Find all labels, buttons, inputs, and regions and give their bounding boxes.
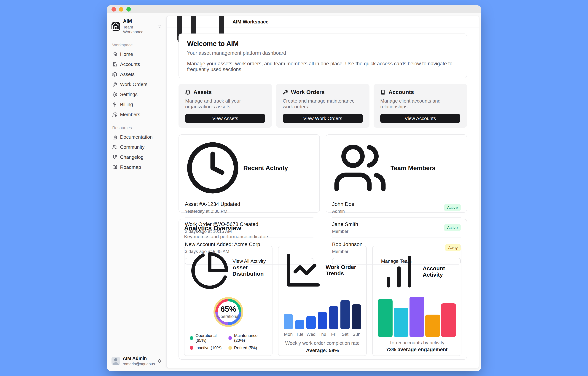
asset-distribution-header: Asset Distribution xyxy=(190,251,267,291)
chevrons-up-down-icon xyxy=(157,359,162,363)
legend-dot xyxy=(190,336,193,340)
wrench-icon xyxy=(112,82,117,87)
work-order-summary: Average: 58% xyxy=(284,348,361,354)
bar-label-column: Sun xyxy=(352,329,361,337)
main-panel: AIM Workspace Welcome to AIM Your asset … xyxy=(166,16,479,368)
close-button[interactable] xyxy=(112,7,116,11)
bar-label: Mon xyxy=(284,332,293,337)
view-accounts-button[interactable]: View Accounts xyxy=(380,114,460,123)
git-branch-icon xyxy=(112,155,117,160)
layers-icon xyxy=(112,72,117,77)
sidebar-item-label: Settings xyxy=(120,92,137,97)
topbar: AIM Workspace xyxy=(167,16,479,28)
welcome-description: Manage your assets, work orders, and tea… xyxy=(187,61,458,73)
view-assets-button[interactable]: View Assets xyxy=(185,114,265,123)
topbar-title: AIM Workspace xyxy=(232,19,268,25)
work-order-trends-card: Work Order Trends MonTueWedThuFriSatSun … xyxy=(278,246,367,356)
work-order-bar xyxy=(329,306,338,329)
member-role: Admin xyxy=(332,209,444,214)
account-activity-bar xyxy=(441,303,456,337)
bar-column xyxy=(340,300,350,329)
page-content: Welcome to AIM Your asset management pla… xyxy=(167,28,479,368)
member-row: John DoeAdminActive xyxy=(332,198,461,218)
status-badge: Active xyxy=(444,204,461,211)
sidebar-item-documentation[interactable]: Documentation xyxy=(110,133,163,142)
zoom-button[interactable] xyxy=(126,7,131,11)
sidebar-item-members[interactable]: Members xyxy=(110,110,163,119)
sidebar-section-label: Workspace xyxy=(110,43,163,47)
member-name: Jane Smith xyxy=(332,221,444,227)
chevrons-up-down-icon xyxy=(157,24,162,29)
quick-card-title: Accounts xyxy=(388,89,414,95)
team-members-card: Team Members John DoeAdminActiveJane Smi… xyxy=(326,134,467,213)
team-members-header: Team Members xyxy=(332,140,461,196)
sidebar-item-label: Changelog xyxy=(120,154,144,160)
user-avatar xyxy=(112,357,120,365)
quick-card-assets: AssetsManage and track all your organiza… xyxy=(178,84,272,128)
recent-activity-header: Recent Activity xyxy=(185,140,314,196)
sidebar-item-home[interactable]: Home xyxy=(110,50,163,59)
bar-label: Tue xyxy=(296,332,303,337)
sidebar-item-roadmap[interactable]: Roadmap xyxy=(110,163,163,172)
building-icon xyxy=(112,62,117,67)
work-order-bar xyxy=(340,300,350,329)
account-activity-bar xyxy=(425,314,440,337)
status-badge: Active xyxy=(444,224,461,231)
account-activity-caption: Top 5 accounts by activity xyxy=(378,340,456,346)
workspace-meta: AIM Team Workspace xyxy=(123,18,154,34)
activity-item-title: Asset #A-1234 Updated xyxy=(185,201,314,207)
sidebar-item-community[interactable]: Community xyxy=(110,143,163,152)
bar-label: Wed xyxy=(306,332,316,337)
wrench-icon xyxy=(283,90,288,95)
welcome-title: Welcome to AIM xyxy=(187,40,458,48)
work-order-trends-title: Work Order Trends xyxy=(326,264,361,277)
sidebar-item-label: Home xyxy=(120,51,133,57)
sidebar-item-settings[interactable]: Settings xyxy=(110,90,163,99)
sidebar-section: WorkspaceHomeAccountsAssetsWork OrdersSe… xyxy=(110,43,163,119)
sidebar-item-assets[interactable]: Assets xyxy=(110,70,163,79)
user-menu[interactable]: AIM Admin romario@aqueousco.com xyxy=(110,354,163,368)
workspace-name: AIM xyxy=(123,18,154,24)
file-text-icon xyxy=(112,135,117,140)
sidebar-footer: AIM Admin romario@aqueousco.com xyxy=(110,354,163,368)
bar-column xyxy=(329,300,338,329)
line-chart-icon xyxy=(284,251,323,290)
view-work-orders-button[interactable]: View Work Orders xyxy=(283,114,363,123)
bar-column xyxy=(318,300,327,329)
bar-label: Thu xyxy=(318,332,326,337)
sidebar-item-billing[interactable]: Billing xyxy=(110,100,163,109)
workspace-type: Team Workspace xyxy=(123,25,154,34)
house-icon xyxy=(112,52,117,57)
legend-item: Maintenance (20%) xyxy=(228,333,267,343)
sidebar-item-work-orders[interactable]: Work Orders xyxy=(110,80,163,89)
donut-center: 65% Operational xyxy=(218,301,239,322)
legend-item: Inactive (10%) xyxy=(190,345,228,350)
welcome-card: Welcome to AIM Your asset management pla… xyxy=(178,33,467,78)
donut-legend: Operational (65%)Maintenance (20%)Inacti… xyxy=(190,333,267,350)
building-icon xyxy=(380,90,386,95)
bar-label-column: Wed xyxy=(306,329,316,337)
bar-column xyxy=(284,300,293,329)
bar-column xyxy=(295,300,304,329)
activity-item: Asset #A-1234 UpdatedYesterday at 2:30 P… xyxy=(185,198,314,218)
overview-row: Recent Activity Asset #A-1234 UpdatedYes… xyxy=(178,134,467,213)
sidebar: AIM Team Workspace WorkspaceHomeAccounts… xyxy=(107,13,166,371)
minimize-button[interactable] xyxy=(119,7,123,11)
sidebar-item-accounts[interactable]: Accounts xyxy=(110,60,163,69)
sidebar-item-label: Accounts xyxy=(120,62,140,67)
sidebar-item-label: Documentation xyxy=(120,134,153,140)
pie-chart-icon xyxy=(190,251,230,291)
team-members-title: Team Members xyxy=(390,164,435,172)
workspace-switcher[interactable]: AIM Team Workspace xyxy=(110,16,163,36)
work-order-caption: Weekly work order completion rate xyxy=(284,340,361,346)
bar-label-column: Thu xyxy=(318,329,327,337)
donut-ring: 65% Operational xyxy=(215,299,242,325)
users-icon xyxy=(112,112,117,117)
donut-chart-area: 65% Operational xyxy=(190,291,267,333)
work-order-bar-labels: MonTueWedThuFriSatSun xyxy=(284,329,361,337)
workspace-logo xyxy=(112,22,120,31)
bar-label-column: Sat xyxy=(340,329,350,337)
member-role: Member xyxy=(332,229,444,234)
legend-label: Maintenance (20%) xyxy=(234,333,267,343)
sidebar-item-changelog[interactable]: Changelog xyxy=(110,153,163,162)
